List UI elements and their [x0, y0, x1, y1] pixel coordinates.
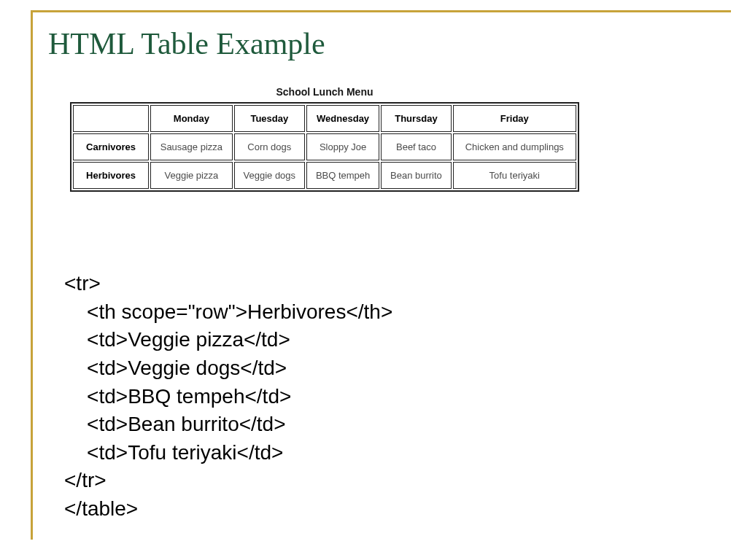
table-header: Friday [453, 105, 576, 132]
table-cell: Veggie pizza [150, 162, 233, 189]
table-row: Monday Tuesday Wednesday Thursday Friday [73, 105, 576, 132]
table-caption: School Lunch Menu [70, 86, 579, 98]
code-line: <td>BBQ tempeh</td> [64, 385, 291, 408]
code-line: </tr> [64, 469, 107, 491]
code-line: <td>Veggie dogs</td> [64, 357, 287, 379]
lunch-table-wrap: School Lunch Menu Monday Tuesday Wednesd… [70, 86, 579, 192]
row-label: Carnivores [73, 133, 149, 160]
table-header: Wednesday [306, 105, 379, 132]
table-header: Monday [150, 105, 233, 132]
table-cell: Corn dogs [234, 133, 305, 160]
table-cell: Bean burrito [381, 162, 451, 189]
code-line: <td>Bean burrito</td> [64, 413, 286, 435]
code-line: <tr> [64, 272, 101, 295]
code-example: <tr> <th scope="row">Herbivores</th> <td… [64, 270, 392, 524]
code-line: <th scope="row">Herbivores</th> [64, 300, 392, 323]
lunch-table: Monday Tuesday Wednesday Thursday Friday… [70, 102, 579, 192]
table-cell: Veggie dogs [234, 162, 305, 189]
table-cell: Beef taco [381, 133, 451, 160]
row-label: Herbivores [73, 162, 149, 189]
table-cell: BBQ tempeh [306, 162, 379, 189]
table-header-empty [73, 105, 149, 132]
code-line: </table> [64, 497, 138, 520]
table-cell: Sausage pizza [150, 133, 233, 160]
code-line: <td>Tofu teriyaki</td> [64, 441, 283, 464]
table-header: Tuesday [234, 105, 305, 132]
table-header: Thursday [381, 105, 451, 132]
slide: HTML Table Example School Lunch Menu Mon… [0, 0, 747, 560]
code-line: <td>Veggie pizza</td> [64, 328, 290, 351]
slide-title: HTML Table Example [48, 26, 325, 61]
frame-left [31, 10, 33, 540]
table-cell: Sloppy Joe [306, 133, 379, 160]
frame-top [31, 10, 731, 12]
table-cell: Chicken and dumplings [453, 133, 576, 160]
table-row: Herbivores Veggie pizza Veggie dogs BBQ … [73, 162, 576, 189]
table-cell: Tofu teriyaki [453, 162, 576, 189]
table-row: Carnivores Sausage pizza Corn dogs Slopp… [73, 133, 576, 160]
